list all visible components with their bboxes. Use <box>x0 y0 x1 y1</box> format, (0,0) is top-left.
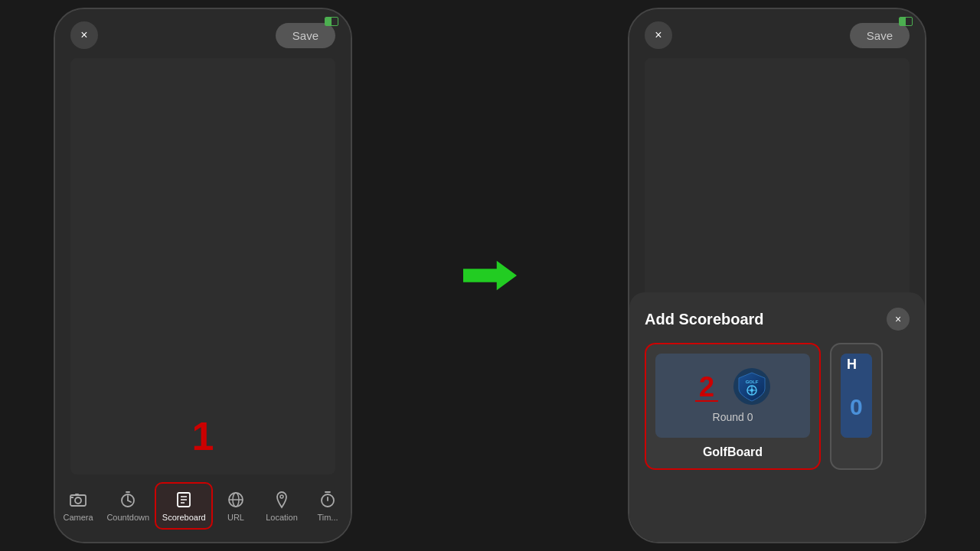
nav-item-url[interactable]: URL <box>213 484 259 528</box>
score-underline <box>695 400 718 402</box>
right-save-button[interactable]: Save <box>850 23 910 48</box>
nav-label-location: Location <box>266 513 298 522</box>
preview-round-label: Round 0 <box>713 411 753 423</box>
scoreboard-icon <box>174 490 194 510</box>
modal-title: Add Scoreboard <box>645 311 764 328</box>
right-status-bar <box>899 17 913 26</box>
left-phone-frame: × Save 1 <box>54 8 352 543</box>
preview-score-row: 2 <box>695 368 770 405</box>
url-icon <box>226 490 246 510</box>
scoreboard-options-list: 2 <box>645 343 910 470</box>
svg-line-6 <box>128 500 131 502</box>
right-phone-frame: × Save Add Scoreboard × <box>628 8 926 543</box>
scoreboard-card-golfboard[interactable]: 2 <box>645 343 821 470</box>
svg-marker-19 <box>463 261 517 291</box>
nav-item-scoreboard[interactable]: Scoreboard <box>155 482 213 530</box>
nav-label-countdown: Countdown <box>106 513 149 522</box>
nav-item-location[interactable]: Location <box>259 484 305 528</box>
countdown-icon <box>118 490 138 510</box>
left-close-button[interactable]: × <box>70 21 98 49</box>
left-save-button[interactable]: Save <box>276 23 335 48</box>
nav-item-camera[interactable]: Camera <box>55 484 101 528</box>
timer-icon <box>318 490 338 510</box>
svg-text:GOLF: GOLF <box>746 380 759 384</box>
right-close-button[interactable]: × <box>645 21 672 49</box>
right-battery-icon <box>899 17 913 26</box>
camera-icon <box>68 490 88 510</box>
left-bottom-nav: Camera Countdown <box>55 474 351 542</box>
preview-score-value: 2 <box>699 371 714 403</box>
right-battery-fill <box>900 18 906 25</box>
right-phone-screen: × Save Add Scoreboard × <box>629 9 925 542</box>
left-status-bar <box>325 17 338 26</box>
battery-icon <box>325 17 338 26</box>
left-phone-screen: × Save 1 <box>55 9 351 542</box>
partial-score-value: 0 <box>844 388 869 426</box>
svg-point-24 <box>750 389 753 392</box>
partial-score-area: 0 <box>841 376 872 438</box>
nav-label-camera: Camera <box>63 513 93 522</box>
canvas-item-number: 1 <box>192 413 214 459</box>
score-column: 2 <box>695 371 718 402</box>
svg-point-1 <box>75 497 81 504</box>
location-icon <box>272 490 292 510</box>
golfboard-preview: 2 <box>655 354 810 438</box>
transition-arrow <box>459 256 521 295</box>
svg-rect-2 <box>75 494 79 496</box>
right-top-bar: × Save <box>629 9 925 58</box>
nav-label-url: URL <box>227 513 244 522</box>
scoreboard-card-partial[interactable]: H 0 <box>830 343 883 470</box>
main-container: × Save 1 <box>0 0 980 551</box>
nav-item-timer[interactable]: Tim... <box>305 484 351 528</box>
left-top-bar: × Save <box>55 9 351 58</box>
left-canvas: 1 <box>70 58 335 474</box>
battery-fill <box>325 18 332 25</box>
golf-logo: GOLF <box>733 368 770 405</box>
partial-card-preview: H 0 <box>841 354 872 438</box>
modal-close-button[interactable]: × <box>887 308 910 331</box>
nav-label-scoreboard: Scoreboard <box>162 513 206 522</box>
svg-rect-3 <box>70 497 74 498</box>
svg-point-15 <box>280 495 283 498</box>
partial-h-letter: H <box>847 357 857 372</box>
nav-item-countdown[interactable]: Countdown <box>101 484 155 528</box>
nav-label-timer: Tim... <box>317 513 338 522</box>
partial-header: H <box>841 354 872 376</box>
add-scoreboard-modal: Add Scoreboard × 2 <box>629 292 925 542</box>
golfboard-card-name: GolfBoard <box>655 445 810 459</box>
modal-header: Add Scoreboard × <box>645 308 910 331</box>
